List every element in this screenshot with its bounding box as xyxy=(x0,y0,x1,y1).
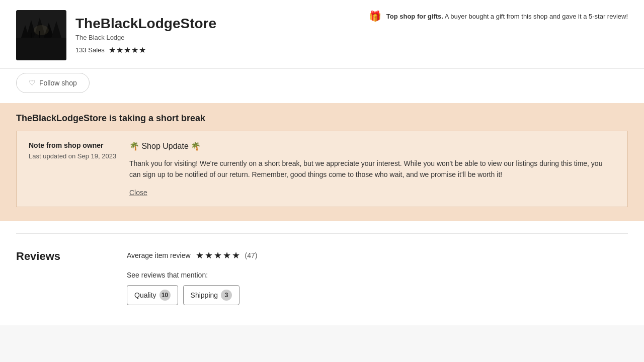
follow-shop-button[interactable]: ♡ Follow shop xyxy=(16,73,90,93)
shop-header-left: TheBlackLodgeStore The Black Lodge 133 S… xyxy=(16,10,216,60)
follow-label: Follow shop xyxy=(39,79,77,87)
star-1: ★ xyxy=(109,45,116,55)
filter-tag-quality-count: 10 xyxy=(159,290,171,301)
note-label: Note from shop owner xyxy=(29,141,129,149)
section-divider xyxy=(16,233,628,234)
avg-star-5: ★ xyxy=(232,250,240,261)
avg-star-4: ★ xyxy=(223,250,231,261)
note-body: Thank you for visiting! We're currently … xyxy=(129,158,615,180)
svg-point-7 xyxy=(34,25,49,35)
svg-rect-9 xyxy=(39,31,40,38)
avg-star-1: ★ xyxy=(196,250,204,261)
shop-info: TheBlackLodgeStore The Black Lodge 133 S… xyxy=(75,16,216,55)
avg-review: Average item review ★ ★ ★ ★ ★ (47) xyxy=(127,250,628,261)
shop-avatar xyxy=(16,10,66,60)
owner-note-box: Note from shop owner Last updated on Sep… xyxy=(16,131,628,207)
shop-name: TheBlackLodgeStore xyxy=(75,16,216,32)
star-2: ★ xyxy=(116,45,123,55)
avg-stars: ★ ★ ★ ★ ★ xyxy=(196,250,240,261)
see-reviews-label: See reviews that mention: xyxy=(127,271,628,279)
reviews-section: Reviews Average item review ★ ★ ★ ★ ★ (4… xyxy=(0,246,644,325)
avg-star-3: ★ xyxy=(214,250,222,261)
note-update-title: 🌴 Shop Update 🌴 xyxy=(129,141,615,151)
follow-section: ♡ Follow shop xyxy=(0,69,644,103)
reviews-heading: Reviews xyxy=(16,250,107,305)
note-left: Note from shop owner Last updated on Sep… xyxy=(29,141,129,197)
heart-icon: ♡ xyxy=(29,78,35,87)
note-date: Last updated on Sep 19, 2023 xyxy=(29,152,129,160)
filter-tag-shipping[interactable]: Shipping 3 xyxy=(183,285,240,305)
badge-text: Top shop for gifts. A buyer bought a gif… xyxy=(386,13,628,20)
star-5: ★ xyxy=(139,45,146,55)
review-count: (47) xyxy=(245,251,258,259)
star-3: ★ xyxy=(124,45,131,55)
avg-review-label: Average item review xyxy=(127,251,191,259)
reviews-right: Average item review ★ ★ ★ ★ ★ (47) See r… xyxy=(127,250,628,305)
avg-star-2: ★ xyxy=(205,250,213,261)
sales-count: 133 Sales xyxy=(75,46,105,54)
shop-meta: 133 Sales ★ ★ ★ ★ ★ xyxy=(75,45,216,55)
shop-subtitle: The Black Lodge xyxy=(75,34,216,41)
svg-rect-8 xyxy=(31,33,32,38)
shop-header: TheBlackLodgeStore The Black Lodge 133 S… xyxy=(0,0,644,69)
filter-tag-quality[interactable]: Quality 10 xyxy=(127,285,178,305)
filter-tag-shipping-label: Shipping xyxy=(191,291,218,299)
filter-tags: Quality 10 Shipping 3 xyxy=(127,285,628,305)
top-shop-badge: 🎁 Top shop for gifts. A buyer bought a g… xyxy=(369,10,628,22)
svg-rect-1 xyxy=(16,38,66,60)
filter-tag-quality-label: Quality xyxy=(134,291,156,299)
gift-icon: 🎁 xyxy=(369,10,381,22)
star-4: ★ xyxy=(131,45,138,55)
note-right: 🌴 Shop Update 🌴 Thank you for visiting! … xyxy=(129,141,615,197)
break-title: TheBlackLodgeStore is taking a short bre… xyxy=(16,113,628,124)
shop-stars: ★ ★ ★ ★ ★ xyxy=(109,45,146,55)
filter-tag-shipping-count: 3 xyxy=(221,290,232,301)
break-banner-outer: TheBlackLodgeStore is taking a short bre… xyxy=(0,103,644,221)
note-close-button[interactable]: Close xyxy=(129,189,147,197)
